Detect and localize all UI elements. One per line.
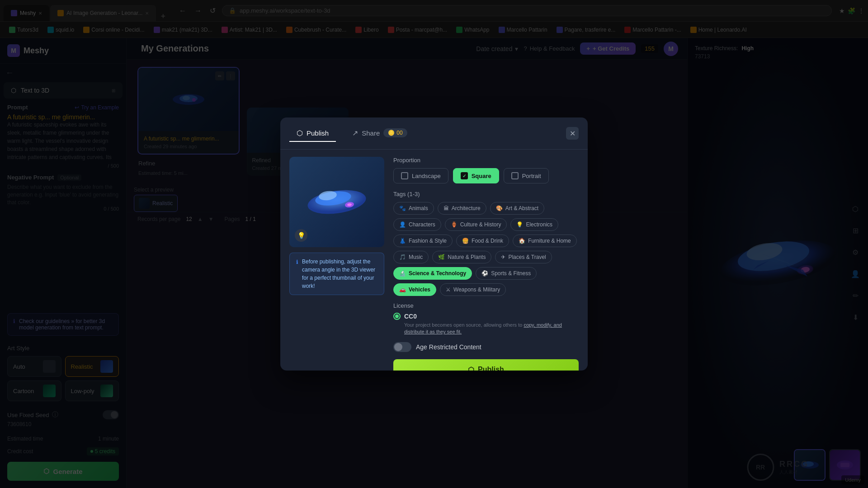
- tag-characters[interactable]: 👤 Characters: [393, 218, 441, 231]
- travel-icon: ✈: [501, 254, 505, 260]
- tag-architecture[interactable]: 🏛 Architecture: [438, 202, 486, 215]
- share-coins: 🪙 00: [383, 128, 407, 137]
- tag-music[interactable]: 🎵 Music: [393, 251, 429, 263]
- tag-weapons-military[interactable]: ⚔ Weapons & Military: [440, 283, 506, 296]
- tag-nature-plants[interactable]: 🌿 Nature & Plants: [432, 251, 491, 263]
- modal-preview-column: 💡 ℹ Before publishing, adjust the camera…: [289, 157, 384, 371]
- tag-fashion-style[interactable]: 👗 Fashion & Style: [393, 235, 453, 247]
- tag-culture-history[interactable]: 🏺 Culture & History: [445, 218, 507, 231]
- portrait-checkbox: [511, 172, 519, 179]
- modal-spaceship-preview: [301, 175, 373, 229]
- landscape-checkbox: [401, 172, 408, 179]
- cc0-radio[interactable]: [393, 313, 401, 320]
- modal-preview-image: 💡: [289, 157, 384, 247]
- proportion-portrait[interactable]: Portrait: [504, 168, 549, 183]
- music-icon: 🎵: [399, 254, 406, 260]
- modal-overlay[interactable]: ⬡ Publish ↗ Share 🪙 00 ✕: [0, 0, 868, 488]
- tags-label: Tags (1-3): [393, 191, 579, 197]
- vehicles-icon: 🚗: [399, 286, 406, 293]
- publish-button[interactable]: ⬡ Publish: [393, 359, 579, 371]
- tag-furniture-home[interactable]: 🏠 Furniture & Home: [513, 235, 577, 247]
- modal-tab-publish[interactable]: ⬡ Publish: [289, 125, 336, 142]
- electronics-icon: 💡: [516, 221, 523, 228]
- license-description: Your project becomes open source, allowi…: [404, 322, 579, 336]
- tags-grid: 🐾 Animals 🏛 Architecture 🎨 Art & Abstrac…: [393, 202, 579, 296]
- license-label: License: [393, 302, 579, 309]
- proportion-landscape[interactable]: Landscape: [393, 168, 448, 183]
- tag-places-travel[interactable]: ✈ Places & Travel: [495, 251, 552, 263]
- food-icon: 🍔: [462, 238, 469, 244]
- modal-close-button[interactable]: ✕: [566, 127, 579, 140]
- tag-animals[interactable]: 🐾 Animals: [393, 202, 434, 215]
- nature-icon: 🌿: [438, 254, 445, 260]
- culture-icon: 🏺: [451, 221, 458, 228]
- modal-header: ⬡ Publish ↗ Share 🪙 00 ✕: [280, 117, 588, 150]
- modal-info-box: ℹ Before publishing, adjust the camera a…: [289, 253, 384, 295]
- tag-sports-fitness[interactable]: ⚽ Sports & Fitness: [476, 267, 537, 280]
- age-restricted-label: Age Restricted Content: [416, 343, 481, 351]
- age-restricted-toggle[interactable]: [393, 342, 411, 352]
- furniture-icon: 🏠: [519, 238, 525, 244]
- license-section: License CC0 Your project becomes open so…: [393, 302, 579, 336]
- tag-science-technology[interactable]: 🔬 Science & Technology: [393, 267, 472, 280]
- share-tab-icon: ↗: [352, 129, 358, 137]
- science-icon: 🔬: [399, 270, 406, 277]
- square-checkbox: ✓: [461, 172, 468, 179]
- weapons-icon: ⚔: [446, 286, 451, 293]
- proportion-square[interactable]: ✓ Square: [453, 168, 499, 183]
- proportion-label: Proportion: [393, 157, 579, 164]
- art-icon: 🎨: [496, 205, 503, 211]
- modal-preview-light-icon[interactable]: 💡: [295, 229, 307, 242]
- architecture-icon: 🏛: [443, 205, 449, 211]
- modal-tab-share[interactable]: ↗ Share 🪙 00: [345, 125, 414, 142]
- tag-electronics[interactable]: 💡 Electronics: [510, 218, 558, 231]
- fashion-icon: 👗: [399, 238, 406, 244]
- proportion-row: Landscape ✓ Square Portrait: [393, 168, 579, 183]
- modal-body: 💡 ℹ Before publishing, adjust the camera…: [280, 150, 588, 371]
- cc0-radio-row: CC0: [393, 313, 579, 320]
- characters-icon: 👤: [399, 221, 406, 228]
- age-restricted-row: Age Restricted Content: [393, 342, 579, 352]
- modal-info-icon: ℹ: [296, 258, 298, 266]
- animals-icon: 🐾: [399, 205, 406, 211]
- tag-art-abstract[interactable]: 🎨 Art & Abstract: [490, 202, 544, 215]
- modal-settings-column: Proportion Landscape ✓ Square Portrait: [393, 157, 579, 371]
- publish-icon: ⬡: [468, 366, 474, 371]
- publish-modal: ⬡ Publish ↗ Share 🪙 00 ✕: [280, 117, 588, 371]
- tag-vehicles[interactable]: 🚗 Vehicles: [393, 283, 436, 296]
- cc0-label: CC0: [404, 313, 417, 320]
- age-toggle-thumb: [394, 343, 402, 351]
- publish-tab-icon: ⬡: [297, 129, 303, 137]
- tag-food-drink[interactable]: 🍔 Food & Drink: [456, 235, 509, 247]
- sports-icon: ⚽: [481, 270, 488, 277]
